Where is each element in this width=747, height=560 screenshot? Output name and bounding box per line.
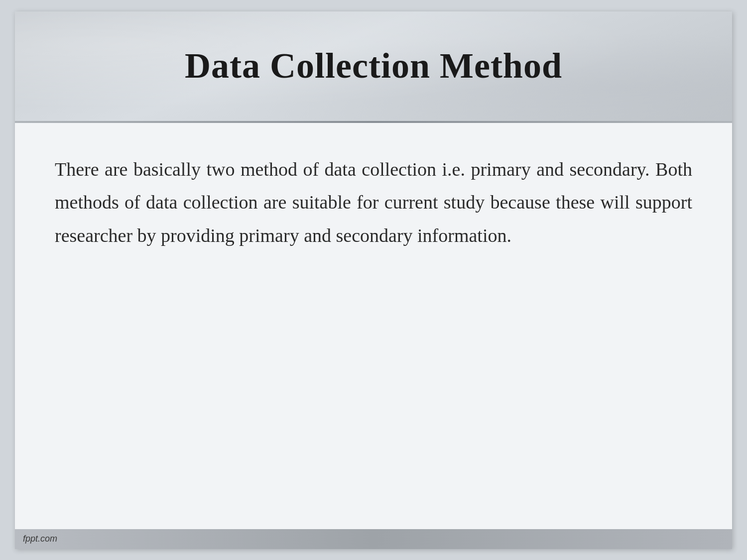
slide-footer: fppt.com <box>15 529 732 549</box>
slide-body-text: There are basically two method of data c… <box>55 153 692 252</box>
slide: Data Collection Method There are basical… <box>15 11 732 549</box>
footer-branding: fppt.com <box>23 534 57 544</box>
slide-title: Data Collection Method <box>185 45 562 87</box>
slide-content: There are basically two method of data c… <box>15 123 732 529</box>
slide-header: Data Collection Method <box>15 11 732 121</box>
